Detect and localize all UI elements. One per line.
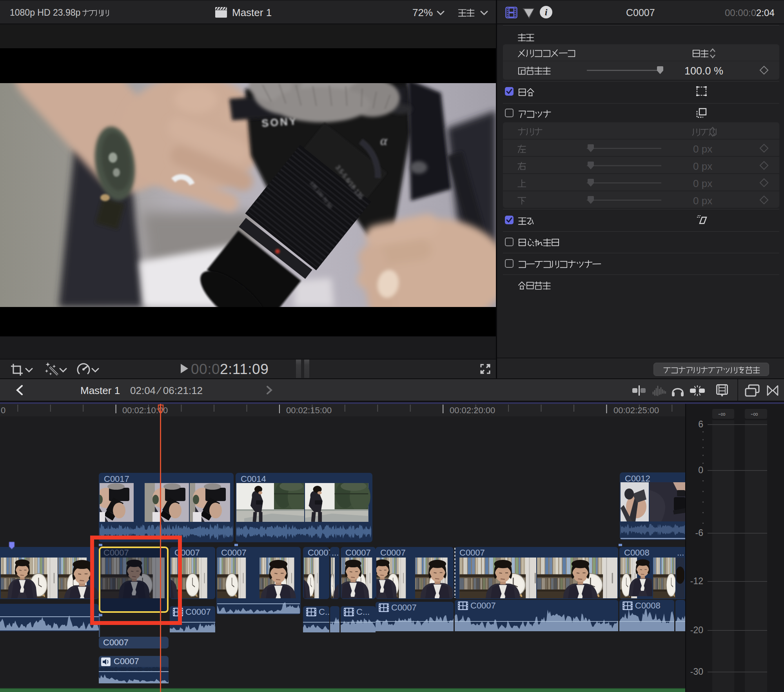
svg-text:i: i xyxy=(545,7,548,17)
svg-text:α: α xyxy=(380,133,388,148)
